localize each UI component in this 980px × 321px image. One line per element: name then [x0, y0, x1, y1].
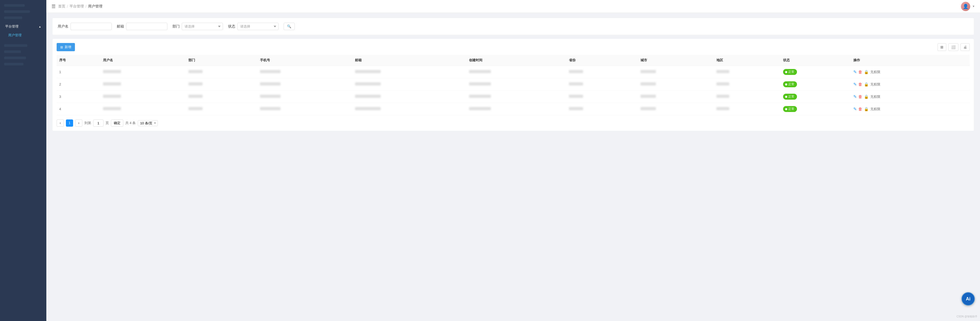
col-province: 省份 — [566, 55, 638, 66]
breadcrumb: 首页 / 平台管理 / 用户管理 — [58, 4, 102, 9]
cell-province — [566, 103, 638, 115]
sidebar-item-user-management[interactable]: 用户管理 — [0, 30, 46, 40]
breadcrumb-platform[interactable]: 平台管理 — [70, 4, 84, 9]
lock-button[interactable]: 🔒 — [864, 70, 869, 75]
status-badge[interactable]: 正常 — [783, 69, 797, 75]
cell-created-time — [466, 91, 566, 103]
edit-button[interactable]: ✎ — [853, 94, 857, 99]
delete-button[interactable]: 🗑 — [858, 107, 862, 111]
cell-created-time — [466, 103, 566, 115]
cell-seq: 1 — [57, 66, 100, 78]
page-confirm-button[interactable]: 确定 — [111, 119, 123, 127]
cell-action: ✎ 🗑 🔒 无权限 — [851, 91, 970, 103]
cell-email — [352, 91, 466, 103]
cell-city — [638, 91, 714, 103]
email-input[interactable] — [126, 23, 167, 30]
sidebar-platform-label: 平台管理 — [5, 24, 19, 29]
goto-page-input[interactable] — [93, 119, 103, 127]
cell-status: 正常 — [781, 78, 851, 91]
action-buttons: ✎ 🗑 🔒 无权限 — [853, 82, 967, 87]
total-count: 共 4 条 — [126, 121, 136, 126]
menu-toggle-icon[interactable]: ☰ — [51, 3, 56, 9]
pagination: ‹ 1 › 到第 页 确定 共 4 条 10 条/页 20 条/页 50 条/页 — [57, 119, 970, 127]
col-email: 邮箱 — [352, 55, 466, 66]
header-left: ☰ 首页 / 平台管理 / 用户管理 — [51, 3, 102, 9]
status-badge[interactable]: 正常 — [783, 106, 797, 112]
column-settings-button[interactable]: ⊞ — [937, 43, 946, 51]
delete-button[interactable]: 🗑 — [858, 94, 862, 99]
lock-button[interactable]: 🔒 — [864, 82, 869, 87]
sidebar-item-platform-management[interactable]: 平台管理 ▲ — [0, 21, 46, 30]
sidebar-blur-3 — [4, 16, 22, 19]
action-buttons: ✎ 🗑 🔒 无权限 — [853, 70, 967, 75]
table-row: 4正常 ✎ 🗑 🔒 无权限 — [57, 103, 970, 115]
cell-username — [100, 91, 186, 103]
cell-region — [714, 91, 781, 103]
department-select[interactable]: 请选择 — [182, 23, 223, 30]
page-1-button[interactable]: 1 — [66, 119, 73, 127]
permission-label: 无权限 — [870, 70, 880, 75]
cell-city — [638, 66, 714, 78]
lock-button[interactable]: 🔒 — [864, 94, 869, 99]
breadcrumb-separator-2: / — [86, 5, 86, 8]
sidebar-blur-6 — [4, 57, 26, 59]
permission-label: 无权限 — [870, 94, 880, 99]
col-action: 操作 — [851, 55, 970, 66]
cell-action: ✎ 🗑 🔒 无权限 — [851, 66, 970, 78]
sidebar-bottom-items — [0, 43, 46, 67]
sidebar-top-items — [0, 3, 46, 21]
status-badge[interactable]: 正常 — [783, 81, 797, 87]
export-button[interactable]: ⬜ — [948, 43, 958, 51]
print-icon: 🖨 — [963, 45, 967, 49]
export-icon: ⬜ — [951, 45, 956, 49]
email-label: 邮箱 — [117, 24, 124, 29]
chevron-up-icon: ▲ — [38, 25, 41, 28]
col-phone: 手机号 — [258, 55, 352, 66]
department-label: 部门 — [172, 24, 180, 29]
cell-seq: 4 — [57, 103, 100, 115]
col-department: 部门 — [186, 55, 257, 66]
cell-status: 正常 — [781, 66, 851, 78]
watermark: CSDN @智能助手 — [956, 315, 977, 318]
print-button[interactable]: 🖨 — [961, 43, 970, 51]
status-select[interactable]: 请选择 — [237, 23, 278, 30]
search-button[interactable]: 🔍 — [284, 23, 295, 30]
ai-assistant-button[interactable]: Ai — [961, 292, 975, 305]
edit-button[interactable]: ✎ — [853, 70, 857, 75]
delete-button[interactable]: 🗑 — [858, 82, 862, 87]
header-right: 👤 ▼ — [961, 2, 975, 11]
cell-region — [714, 103, 781, 115]
sidebar-blur-1 — [4, 4, 25, 7]
cell-status: 正常 — [781, 103, 851, 115]
status-badge[interactable]: 正常 — [783, 94, 797, 100]
page-size-select[interactable]: 10 条/页 20 条/页 50 条/页 — [138, 120, 158, 126]
cell-action: ✎ 🗑 🔒 无权限 — [851, 103, 970, 115]
ai-label: Ai — [966, 296, 970, 302]
edit-button[interactable]: ✎ — [853, 106, 857, 111]
cell-action: ✎ 🗑 🔒 无权限 — [851, 78, 970, 91]
cell-created-time — [466, 78, 566, 91]
avatar[interactable]: 👤 — [961, 2, 970, 11]
add-label: 新增 — [65, 45, 71, 49]
add-button[interactable]: ⊞ 新增 — [57, 43, 75, 51]
cell-city — [638, 78, 714, 91]
goto-label: 到第 — [84, 121, 91, 126]
next-page-button[interactable]: › — [75, 119, 83, 127]
prev-page-button[interactable]: ‹ — [57, 119, 64, 127]
breadcrumb-separator-1: / — [67, 5, 68, 8]
cell-seq: 2 — [57, 78, 100, 91]
avatar-dropdown-icon[interactable]: ▼ — [972, 5, 975, 8]
username-label: 用户名 — [58, 24, 68, 29]
permission-label: 无权限 — [870, 107, 880, 111]
sidebar-blur-2 — [4, 10, 30, 13]
header: ☰ 首页 / 平台管理 / 用户管理 👤 ▼ — [46, 0, 980, 13]
delete-button[interactable]: 🗑 — [858, 70, 862, 75]
lock-button[interactable]: 🔒 — [864, 107, 869, 111]
cell-phone — [258, 66, 352, 78]
table-container: ⊞ 新增 ⊞ ⬜ 🖨 — [52, 39, 974, 131]
cell-seq: 3 — [57, 91, 100, 103]
breadcrumb-home[interactable]: 首页 — [58, 4, 65, 9]
edit-button[interactable]: ✎ — [853, 82, 857, 87]
col-seq: 序号 — [57, 55, 100, 66]
username-input[interactable] — [70, 23, 112, 30]
